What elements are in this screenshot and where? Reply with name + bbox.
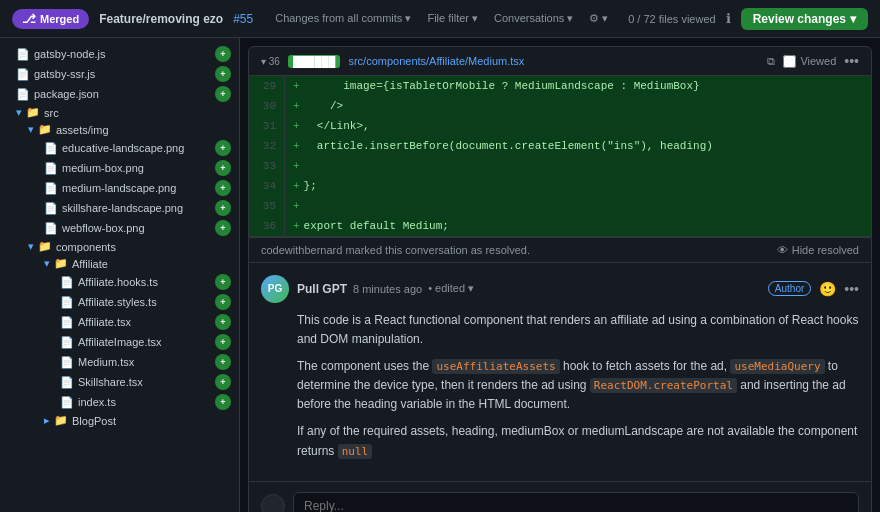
reply-avatar <box>261 494 285 512</box>
comment-author: Pull GPT <box>297 282 347 296</box>
sidebar-item-assets-img[interactable]: ▾ 📁 assets/img <box>0 121 239 138</box>
file-icon: 📄 <box>60 336 74 349</box>
merged-badge: ⎇ Merged <box>12 9 89 29</box>
more-options-icon[interactable]: ••• <box>844 281 859 297</box>
settings-dropdown[interactable]: ⚙ ▾ <box>585 10 612 27</box>
added-badge: + <box>215 86 231 102</box>
inline-code-3: ReactDOM.createPortal <box>590 378 737 393</box>
info-icon[interactable]: ℹ <box>726 11 731 26</box>
diff-table: 29 + image={isTabletOrMobile ? MediumLan… <box>248 76 872 237</box>
list-item[interactable]: 📄 educative-landscape.png + <box>0 138 239 158</box>
viewed-checkbox[interactable]: Viewed <box>783 55 836 68</box>
comment-header: PG Pull GPT 8 minutes ago • edited ▾ Aut… <box>261 275 859 303</box>
list-item[interactable]: 📄 gatsby-ssr.js + <box>0 64 239 84</box>
sidebar-item-blogpost[interactable]: ▸ 📁 BlogPost <box>0 412 239 429</box>
merge-icon: ⎇ <box>22 12 36 26</box>
expand-icon[interactable]: ▾ 36 <box>261 56 280 67</box>
table-row: 33 + <box>249 156 872 176</box>
file-icon: 📄 <box>60 396 74 409</box>
file-filter-dropdown[interactable]: File filter ▾ <box>423 10 482 27</box>
sidebar-item-affiliate[interactable]: ▾ 📁 Affiliate <box>0 255 239 272</box>
list-item[interactable]: 📄 package.json + <box>0 84 239 104</box>
table-row: 36 +export default Medium; <box>249 216 872 236</box>
copy-icon[interactable]: ⧉ <box>767 55 775 68</box>
conversation-box: codewithbernard marked this conversation… <box>248 237 872 513</box>
added-badge: + <box>215 46 231 62</box>
comment-paragraph-3: If any of the required assets, heading, … <box>297 422 859 460</box>
hide-resolved-button[interactable]: 👁 Hide resolved <box>777 244 859 256</box>
folder-icon: 📁 <box>54 257 68 270</box>
chevron-down-icon: ▾ <box>16 106 22 119</box>
chevron-down-icon: ▾ <box>28 123 34 136</box>
file-icon: 📄 <box>60 376 74 389</box>
list-item[interactable]: 📄 webflow-box.png + <box>0 218 239 238</box>
eye-icon: 👁 <box>777 244 788 256</box>
table-row: 32 + article.insertBefore(document.creat… <box>249 136 872 156</box>
file-header: ▾ 36 ██████ src/components/Affiliate/Med… <box>248 46 872 76</box>
changes-dropdown[interactable]: Changes from all commits ▾ <box>271 10 415 27</box>
list-item[interactable]: 📄 Medium.tsx + <box>0 352 239 372</box>
added-badge: + <box>215 66 231 82</box>
edited-label: • edited ▾ <box>428 282 474 295</box>
added-badge: + <box>215 220 231 236</box>
file-icon: 📄 <box>44 202 58 215</box>
pr-number: #55 <box>233 12 253 26</box>
emoji-reaction-icon[interactable]: 🙂 <box>819 281 836 297</box>
added-badge: + <box>215 140 231 156</box>
file-icon: 📄 <box>16 88 30 101</box>
chevron-down-icon: ▾ <box>44 257 50 270</box>
file-icon: 📄 <box>16 48 30 61</box>
resolved-text: codewithbernard marked this conversation… <box>261 244 777 256</box>
folder-icon: 📁 <box>38 240 52 253</box>
table-row: 29 + image={isTabletOrMobile ? MediumLan… <box>249 76 872 96</box>
chevron-right-icon: ▸ <box>44 414 50 427</box>
file-icon: 📄 <box>44 142 58 155</box>
files-count: 0 / 72 files viewed <box>628 13 715 25</box>
added-badge: + <box>215 294 231 310</box>
lines-count: ██████ <box>288 55 341 68</box>
comment-time: 8 minutes ago <box>353 283 422 295</box>
sidebar-item-src[interactable]: ▾ 📁 src <box>0 104 239 121</box>
list-item[interactable]: 📄 Affiliate.styles.ts + <box>0 292 239 312</box>
folder-icon: 📁 <box>26 106 40 119</box>
branch-name: Feature/removing ezo <box>99 12 223 26</box>
file-icon: 📄 <box>44 162 58 175</box>
conversations-dropdown[interactable]: Conversations ▾ <box>490 10 577 27</box>
sidebar-item-components[interactable]: ▾ 📁 components <box>0 238 239 255</box>
added-badge: + <box>215 354 231 370</box>
comment-body: This code is a React functional componen… <box>297 311 859 461</box>
review-changes-button[interactable]: Review changes ▾ <box>741 8 868 30</box>
file-icon: 📄 <box>44 222 58 235</box>
list-item[interactable]: 📄 index.ts + <box>0 392 239 412</box>
added-badge: + <box>215 394 231 410</box>
viewed-input[interactable] <box>783 55 796 68</box>
file-icon: 📄 <box>44 182 58 195</box>
chevron-down-icon: ▾ <box>28 240 34 253</box>
author-badge: Author <box>768 281 811 296</box>
list-item[interactable]: 📄 skillshare-landscape.png + <box>0 198 239 218</box>
list-item[interactable]: 📄 AffiliateImage.tsx + <box>0 332 239 352</box>
file-icon: 📄 <box>60 316 74 329</box>
added-badge: + <box>215 200 231 216</box>
list-item[interactable]: 📄 Affiliate.hooks.ts + <box>0 272 239 292</box>
list-item[interactable]: 📄 medium-box.png + <box>0 158 239 178</box>
comment-block: PG Pull GPT 8 minutes ago • edited ▾ Aut… <box>249 263 871 482</box>
added-badge: + <box>215 334 231 350</box>
added-badge: + <box>215 374 231 390</box>
list-item[interactable]: 📄 Skillshare.tsx + <box>0 372 239 392</box>
file-path: src/components/Affiliate/Medium.tsx <box>348 55 759 67</box>
list-item[interactable]: 📄 medium-landscape.png + <box>0 178 239 198</box>
top-bar: ⎇ Merged Feature/removing ezo #55 Change… <box>0 0 880 38</box>
file-menu-icon[interactable]: ••• <box>844 53 859 69</box>
comment-paragraph-2: The component uses the useAffiliateAsset… <box>297 357 859 415</box>
inline-code-2: useMediaQuery <box>730 359 824 374</box>
added-badge: + <box>215 180 231 196</box>
comment-paragraph-1: This code is a React functional componen… <box>297 311 859 349</box>
file-icon: 📄 <box>60 276 74 289</box>
reply-input[interactable] <box>293 492 859 512</box>
table-row: 35 + <box>249 196 872 216</box>
folder-icon: 📁 <box>54 414 68 427</box>
list-item[interactable]: 📄 Affiliate.tsx + <box>0 312 239 332</box>
table-row: 34 +}; <box>249 176 872 196</box>
list-item[interactable]: 📄 gatsby-node.js + <box>0 44 239 64</box>
